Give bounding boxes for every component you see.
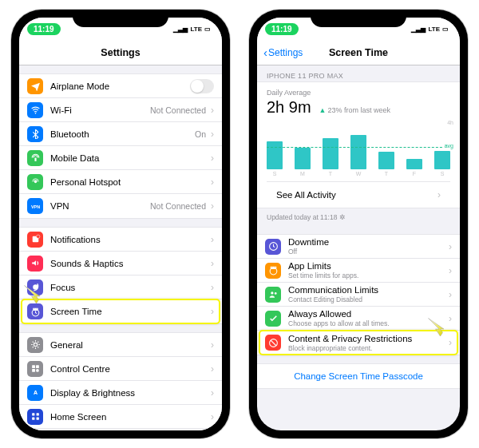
chevron-right-icon: › xyxy=(211,153,214,164)
settings-row-bluetooth[interactable]: BluetoothOn› xyxy=(19,122,222,146)
avg-line xyxy=(267,147,450,148)
settings-row-hotspot[interactable]: Personal Hotspot› xyxy=(19,170,222,194)
svg-point-7 xyxy=(34,343,37,346)
callout-arrow-icon xyxy=(425,315,449,339)
content-right[interactable]: IPHONE 11 PRO MAX Daily Average 2h 9m ▲ … xyxy=(257,65,460,430)
row-value: On xyxy=(195,129,206,139)
mobiledata-icon xyxy=(27,150,43,166)
chevron-right-icon: › xyxy=(211,306,214,317)
network-label: LTE xyxy=(428,26,440,33)
settings-row-sounds[interactable]: Sounds & Haptics› xyxy=(19,252,222,276)
svg-point-21 xyxy=(271,291,273,294)
homescreen-icon xyxy=(27,409,43,425)
see-all-activity-row[interactable]: See All Activity › xyxy=(267,181,450,208)
chevron-right-icon: › xyxy=(211,387,214,398)
commlimits-icon xyxy=(265,287,281,303)
delta-text: 23% from last week xyxy=(328,106,391,114)
device-label: IPHONE 11 PRO MAX xyxy=(257,65,460,81)
settings-row-controlcentre[interactable]: Control Centre› xyxy=(19,357,222,381)
bluetooth-icon xyxy=(27,126,43,142)
updated-label: Updated today at 11:18 ✲ xyxy=(257,208,460,226)
controlcentre-icon xyxy=(27,361,43,377)
navbar-left: Settings xyxy=(19,40,222,65)
row-label: App Limits xyxy=(288,261,444,271)
row-label: Focus xyxy=(50,283,206,292)
toggle-switch[interactable] xyxy=(190,79,214,93)
battery-icon: ▭ xyxy=(204,26,211,33)
chevron-right-icon: › xyxy=(211,105,214,116)
daily-average-label: Daily Average xyxy=(267,89,450,97)
battery-icon: ▭ xyxy=(442,26,449,33)
row-label: Home Screen xyxy=(50,412,206,422)
row-content-privacy[interactable]: Content & Privacy RestrictionsBlock inap… xyxy=(257,331,460,355)
navbar-right: ‹ Settings Screen Time xyxy=(257,40,460,65)
wifi-icon xyxy=(27,102,43,118)
downtime-icon xyxy=(265,239,281,255)
settings-row-display[interactable]: ADisplay & Brightness› xyxy=(19,381,222,405)
chevron-right-icon: › xyxy=(449,289,452,300)
settings-row-homescreen[interactable]: Home Screen› xyxy=(19,405,222,429)
change-passcode-button[interactable]: Change Screen Time Passcode xyxy=(257,363,460,389)
settings-row-vpn[interactable]: VPNVPNNot Connected› xyxy=(19,194,222,218)
usage-chart: avg 4h xyxy=(267,121,450,169)
row-value: Not Connected xyxy=(150,201,206,211)
content-left[interactable]: Airplane ModeWi-FiNot Connected›Bluetoot… xyxy=(19,65,222,430)
section-notifications: Notifications›Sounds & Haptics›Focus›Scr… xyxy=(19,227,222,324)
row-app-limits[interactable]: App LimitsSet time limits for apps. › xyxy=(257,259,460,283)
row-subtitle: Choose apps to allow at all times. xyxy=(288,319,444,327)
notch xyxy=(311,10,406,27)
daily-average-value: 2h 9m xyxy=(267,98,311,117)
svg-rect-14 xyxy=(36,413,38,415)
sounds-icon xyxy=(27,256,43,272)
settings-row-notifications[interactable]: Notifications› xyxy=(19,228,222,252)
row-label: General xyxy=(50,340,206,350)
row-label: Display & Brightness xyxy=(50,388,206,398)
ymax-label: 4h xyxy=(447,120,453,125)
day-label: W xyxy=(350,171,366,176)
network-label: LTE xyxy=(190,26,202,33)
status-right: ▁▃▅ LTE ▭ xyxy=(411,26,449,33)
chevron-right-icon: › xyxy=(211,176,214,188)
chevron-right-icon: › xyxy=(449,337,452,348)
row-label: Downtime xyxy=(288,237,444,247)
row-label: Control Centre xyxy=(50,364,206,374)
chevron-right-icon: › xyxy=(211,339,214,351)
delta-label: ▲ 23% from last week xyxy=(319,106,390,114)
chevron-left-icon: ‹ xyxy=(263,46,267,59)
day-label: T xyxy=(323,171,338,176)
chart-bar xyxy=(406,159,422,170)
row-downtime[interactable]: DowntimeOff › xyxy=(257,235,460,259)
row-label: Sounds & Haptics xyxy=(50,259,206,268)
chevron-right-icon: › xyxy=(211,258,214,269)
signal-icon: ▁▃▅ xyxy=(173,26,188,33)
chevron-right-icon: › xyxy=(211,282,214,293)
row-subtitle: Set time limits for apps. xyxy=(288,272,444,280)
settings-row-screentime[interactable]: Screen Time› xyxy=(19,299,222,323)
section-st-options: DowntimeOff › App LimitsSet time limits … xyxy=(257,234,460,355)
row-label: Wi-Fi xyxy=(50,105,150,115)
general-icon xyxy=(27,337,43,353)
settings-row-accessibility[interactable]: Accessibility› xyxy=(19,429,222,430)
contentprivacy-icon xyxy=(265,335,281,351)
chevron-right-icon: › xyxy=(211,363,214,375)
settings-row-airplane[interactable]: Airplane Mode xyxy=(19,74,222,98)
svg-text:VPN: VPN xyxy=(30,204,39,209)
settings-row-general[interactable]: General› xyxy=(19,333,222,357)
page-title: Screen Time xyxy=(329,47,388,58)
settings-row-mobiledata[interactable]: Mobile Data› xyxy=(19,146,222,170)
row-label: Airplane Mode xyxy=(50,81,190,91)
row-label: Personal Hotspot xyxy=(50,177,206,187)
chevron-right-icon: › xyxy=(211,129,214,140)
screen-left: 11:19 ▁▃▅ LTE ▭ Settings Airplane ModeWi… xyxy=(19,18,222,430)
chart-bar xyxy=(350,135,366,169)
avg-label: avg xyxy=(443,143,455,149)
svg-point-0 xyxy=(34,113,36,114)
settings-row-wifi[interactable]: Wi-FiNot Connected› xyxy=(19,98,222,122)
chart-bar xyxy=(323,138,338,169)
row-communication-limits[interactable]: Communication LimitsContact Editing Disa… xyxy=(257,283,460,307)
row-label: Always Allowed xyxy=(288,309,444,319)
settings-row-focus[interactable]: Focus› xyxy=(19,276,222,299)
back-button[interactable]: ‹ Settings xyxy=(263,46,303,59)
svg-point-11 xyxy=(36,369,39,372)
vpn-icon: VPN xyxy=(27,198,43,214)
